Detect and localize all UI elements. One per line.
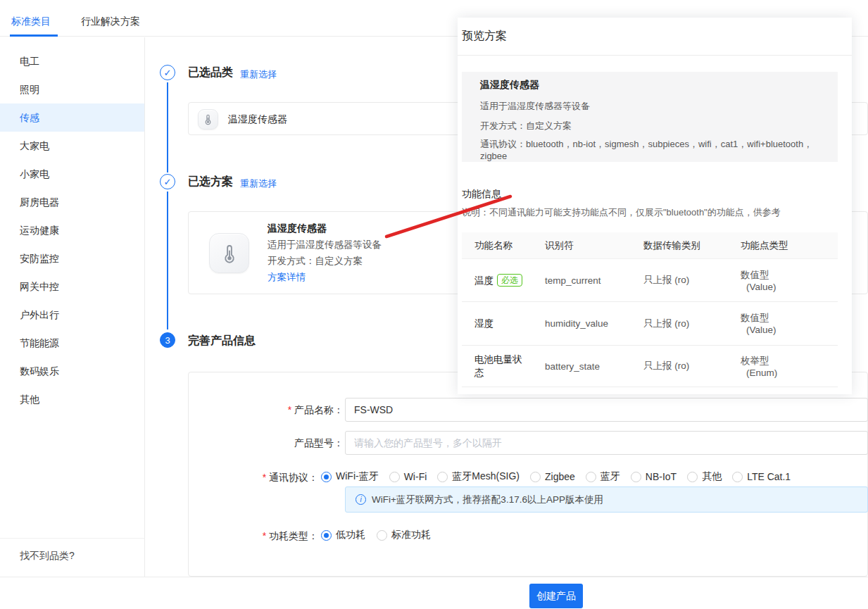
function-info-note: 说明：不同通讯能力可能支持功能点不同，仅展示"bluetooth"的功能点，供参…	[462, 206, 781, 219]
dp-name: 温度	[474, 275, 493, 286]
radio-bluetooth[interactable]: 蓝牙	[586, 470, 620, 483]
sidebar-item-outdoor[interactable]: 户外出行	[0, 301, 144, 329]
function-table: 功能名称 识别符 数据传输类别 功能点类型 温度必选 temp_current …	[462, 232, 838, 387]
step-rail-segment-1	[167, 82, 168, 172]
radio-wifi[interactable]: Wi-Fi	[389, 471, 427, 482]
radio-lte-cat1[interactable]: LTE Cat.1	[732, 471, 791, 482]
step1-title: 已选品类	[188, 65, 233, 80]
active-tab-underline	[10, 34, 58, 37]
sidebar-item-electrical[interactable]: 电工	[0, 47, 144, 75]
function-table-header: 功能名称 识别符 数据传输类别 功能点类型	[462, 232, 838, 259]
sidebar-item-gateway[interactable]: 网关中控	[0, 272, 144, 301]
preview-protocol-list: 通讯协议：bluetooth，nb-iot，sigmesh，subpieces，…	[480, 138, 838, 161]
protocol-label: 通讯协议：	[199, 472, 318, 484]
step3-title: 完善产品信息	[188, 334, 256, 349]
tab-industry-solution[interactable]: 行业解决方案	[81, 15, 140, 28]
protocol-tip-banner: i WiFi+蓝牙联网方式，推荐搭配3.17.6以上APP版本使用	[345, 486, 868, 513]
product-model-label: 产品型号：	[224, 437, 344, 450]
preview-solution-desc: 适用于温湿度传感器等设备	[480, 100, 590, 113]
dp-identifier: humidity_value	[545, 318, 643, 329]
table-row: 湿度 humidity_value 只上报 (ro) 数值型(Value)	[462, 302, 838, 346]
sidebar-footer: 找不到品类?	[0, 538, 144, 577]
function-info-title: 功能信息	[462, 188, 501, 201]
radio-wifi-ble[interactable]: WiFi-蓝牙	[321, 470, 379, 483]
solution-detail-link[interactable]: 方案详情	[268, 271, 306, 284]
radio-icon	[377, 530, 387, 541]
dp-name: 电池电量状态	[474, 354, 522, 378]
radio-zigbee[interactable]: Zigbee	[530, 471, 575, 482]
radio-icon	[687, 472, 698, 482]
power-type-label: 功耗类型：	[199, 530, 318, 543]
radio-ble-mesh[interactable]: 蓝牙Mesh(SIG)	[437, 470, 520, 483]
radio-icon	[530, 472, 541, 482]
dp-type: 枚举型(Enum)	[741, 355, 838, 378]
col-identifier: 识别符	[545, 239, 643, 252]
sidebar-item-entertainment[interactable]: 数码娱乐	[0, 357, 144, 385]
dp-transfer: 只上报 (ro)	[643, 318, 741, 330]
radio-other[interactable]: 其他	[687, 470, 722, 483]
protocol-tip-text: WiFi+蓝牙联网方式，推荐搭配3.17.6以上APP版本使用	[372, 494, 603, 506]
sidebar-item-small-appliance[interactable]: 小家电	[0, 160, 144, 188]
thermometer-icon	[198, 109, 218, 130]
radio-standard-power[interactable]: 标准功耗	[377, 529, 431, 541]
radio-icon	[437, 472, 448, 482]
power-type-radio-group: 低功耗 标准功耗	[321, 529, 431, 541]
radio-selected-icon	[321, 472, 332, 482]
dp-transfer: 只上报 (ro)	[643, 360, 741, 372]
sidebar-item-lighting[interactable]: 照明	[0, 75, 144, 103]
info-circle-icon: i	[356, 494, 366, 505]
radio-low-power[interactable]: 低功耗	[321, 529, 365, 541]
radio-icon	[732, 472, 743, 482]
product-name-input[interactable]	[345, 398, 868, 422]
dp-type: 数值型(Value)	[741, 312, 838, 335]
protocol-radio-group: WiFi-蓝牙 Wi-Fi 蓝牙Mesh(SIG) Zigbee 蓝牙 NB-I…	[321, 470, 791, 483]
dp-type: 数值型(Value)	[741, 269, 838, 292]
dp-name: 湿度	[474, 318, 493, 329]
col-dp-type: 功能点类型	[741, 239, 838, 252]
step1-reselect-link[interactable]: 重新选择	[240, 68, 277, 81]
preview-dev-mode: 开发方式：自定义方案	[480, 120, 572, 132]
sidebar-item-security[interactable]: 安防监控	[0, 244, 144, 272]
sidebar-item-sensor[interactable]: 传感	[0, 103, 144, 132]
solution-summary-box: 温湿度传感器 适用于温湿度传感器等设备 开发方式：自定义方案 通讯协议：blue…	[462, 72, 838, 162]
radio-nbiot[interactable]: NB-IoT	[631, 471, 677, 482]
preview-panel-title: 预览方案	[462, 29, 507, 44]
step2-title: 已选方案	[188, 175, 233, 189]
sidebar-item-kitchen[interactable]: 厨房电器	[0, 188, 144, 216]
dp-transfer: 只上报 (ro)	[643, 274, 741, 287]
solution-name: 温湿度传感器	[268, 222, 327, 235]
solution-description: 适用于温湿度传感器等设备	[268, 239, 382, 251]
sidebar-item-energy[interactable]: 节能能源	[0, 329, 144, 357]
preview-solution-name: 温湿度传感器	[480, 79, 539, 92]
sidebar-item-large-appliance[interactable]: 大家电	[0, 132, 144, 160]
dp-identifier: battery_state	[545, 361, 643, 372]
step1-check-icon: ✓	[160, 65, 175, 80]
step3-number-icon: 3	[160, 332, 175, 348]
sidebar-item-others[interactable]: 其他	[0, 385, 144, 413]
category-list: 电工 照明 传感 大家电 小家电 厨房电器 运动健康 安防监控 网关中控 户外出…	[0, 47, 144, 413]
sidebar-item-health[interactable]: 运动健康	[0, 216, 144, 244]
tab-standard-category[interactable]: 标准类目	[11, 15, 51, 28]
cannot-find-category-link[interactable]: 找不到品类?	[0, 539, 144, 563]
action-footer: 创建产品	[0, 577, 868, 609]
required-badge: 必选	[497, 274, 522, 287]
radio-icon	[389, 472, 400, 482]
col-transfer-type: 数据传输类别	[643, 239, 741, 252]
category-sidebar: 电工 照明 传感 大家电 小家电 厨房电器 运动健康 安防监控 网关中控 户外出…	[0, 37, 145, 577]
step2-reselect-link[interactable]: 重新选择	[240, 177, 277, 190]
create-product-button[interactable]: 创建产品	[529, 584, 583, 608]
table-row: 电池电量状态 battery_state 只上报 (ro) 枚举型(Enum)	[462, 346, 838, 387]
product-model-input[interactable]	[345, 431, 868, 455]
step-rail-segment-2	[167, 192, 168, 329]
radio-icon	[586, 472, 596, 482]
step2-check-icon: ✓	[160, 174, 175, 189]
thermometer-icon	[209, 233, 249, 273]
selected-category-name: 温湿度传感器	[228, 103, 287, 136]
col-function-name: 功能名称	[462, 239, 545, 252]
create-product-page: 标准类目 行业解决方案 电工 照明 传感 大家电 小家电 厨房电器 运动健康 安…	[0, 0, 868, 609]
solution-preview-panel: 预览方案 温湿度传感器 适用于温湿度传感器等设备 开发方式：自定义方案 通讯协议…	[458, 18, 852, 394]
divider	[458, 55, 852, 56]
radio-icon	[631, 472, 641, 482]
solution-dev-mode: 开发方式：自定义方案	[268, 255, 363, 268]
table-row: 温度必选 temp_current 只上报 (ro) 数值型(Value)	[462, 259, 838, 302]
